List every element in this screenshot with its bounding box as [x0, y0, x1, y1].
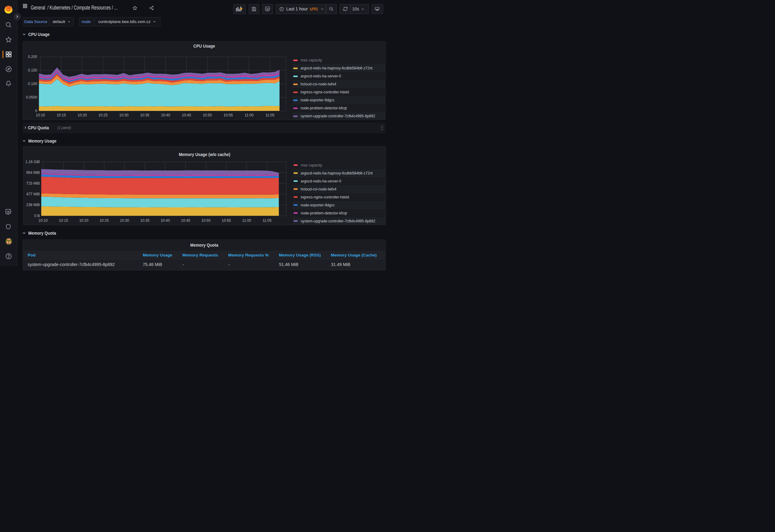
- svg-text:10:45: 10:45: [181, 218, 190, 223]
- svg-text:10:40: 10:40: [161, 113, 170, 117]
- svg-text:10:15: 10:15: [59, 218, 68, 223]
- svg-text:10:10: 10:10: [36, 113, 45, 117]
- svg-text:715 MiB: 715 MiB: [26, 181, 40, 186]
- svg-text:10:20: 10:20: [77, 113, 87, 117]
- svg-text:11:05: 11:05: [265, 113, 274, 117]
- svg-text:11:00: 11:00: [242, 218, 251, 223]
- svg-text:0.100: 0.100: [28, 82, 37, 86]
- svg-text:1.16 GiB: 1.16 GiB: [25, 160, 40, 164]
- svg-text:10:25: 10:25: [99, 218, 108, 223]
- svg-text:477 MiB: 477 MiB: [26, 192, 40, 196]
- svg-text:0.150: 0.150: [28, 68, 37, 72]
- svg-text:10:50: 10:50: [201, 218, 210, 223]
- svg-text:11:00: 11:00: [245, 113, 253, 117]
- svg-text:10:50: 10:50: [203, 113, 212, 117]
- svg-text:10:45: 10:45: [182, 113, 191, 117]
- svg-text:10:30: 10:30: [120, 218, 129, 223]
- svg-text:10:15: 10:15: [57, 113, 66, 117]
- svg-text:0 B: 0 B: [34, 214, 40, 218]
- svg-text:10:40: 10:40: [160, 218, 170, 223]
- svg-text:10:55: 10:55: [221, 218, 231, 223]
- svg-text:10:30: 10:30: [119, 113, 128, 117]
- svg-text:238 MiB: 238 MiB: [26, 203, 40, 207]
- svg-text:954 MiB: 954 MiB: [26, 170, 40, 175]
- svg-text:10:55: 10:55: [224, 113, 233, 117]
- svg-text:10:35: 10:35: [140, 113, 149, 117]
- svg-text:11:05: 11:05: [262, 218, 271, 223]
- svg-text:0.200: 0.200: [28, 55, 37, 59]
- svg-text:10:10: 10:10: [38, 218, 48, 223]
- svg-text:0: 0: [35, 109, 37, 113]
- svg-text:10:20: 10:20: [79, 218, 88, 223]
- svg-text:10:25: 10:25: [98, 113, 108, 117]
- svg-text:0.0500: 0.0500: [26, 95, 37, 100]
- svg-text:10:35: 10:35: [140, 218, 149, 223]
